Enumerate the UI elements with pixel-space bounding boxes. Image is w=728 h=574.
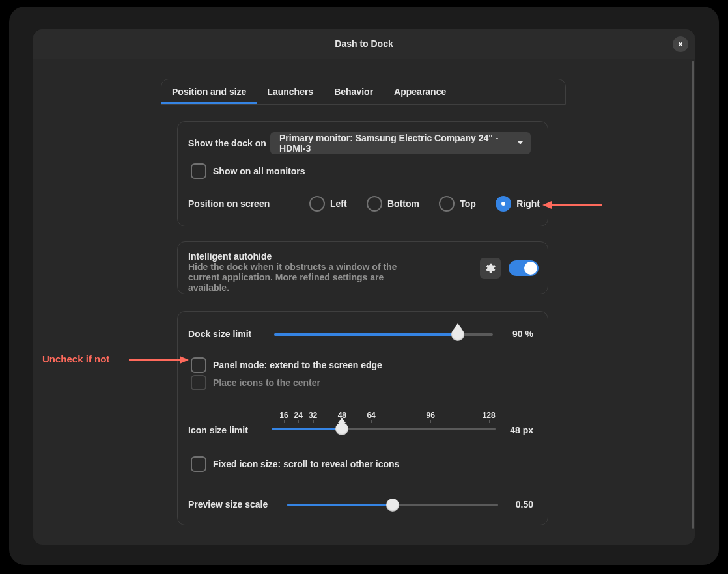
section-autohide: Intelligent autohide Hide the dock when … — [177, 241, 548, 294]
slider-thumb-icon — [335, 422, 348, 435]
dock-size-limit-value: 90 % — [503, 329, 533, 339]
tab-label: Position and size — [172, 87, 246, 97]
scrollbar[interactable] — [692, 61, 694, 529]
radio-icon — [309, 196, 325, 212]
position-radio-top[interactable]: Top — [439, 196, 476, 212]
show-on-all-monitors-label: Show on all monitors — [213, 166, 305, 176]
radio-icon — [496, 196, 511, 212]
panel-mode-label: Panel mode: extend to the screen edge — [213, 360, 382, 370]
gear-icon — [485, 263, 496, 273]
tab-behavior[interactable]: Behavior — [324, 79, 384, 104]
autohide-settings-button[interactable] — [480, 258, 501, 279]
icon-size-tick-labels: 16 24 32 48 64 96 128 — [272, 411, 496, 420]
tab-position-and-size[interactable]: Position and size — [161, 79, 257, 104]
tab-label: Appearance — [394, 87, 446, 97]
radio-label: Top — [460, 198, 476, 209]
radio-icon — [439, 196, 455, 212]
intelligent-autohide-title: Intelligent autohide — [188, 251, 423, 262]
position-radio-left[interactable]: Left — [309, 196, 347, 212]
tab-label: Behavior — [334, 87, 373, 97]
radio-icon — [367, 196, 382, 212]
preview-size-scale-slider[interactable] — [287, 498, 498, 511]
fixed-icon-size-checkbox[interactable] — [191, 456, 206, 472]
show-on-all-monitors-checkbox[interactable] — [191, 163, 206, 179]
dash-to-dock-dialog: Dash to Dock × Position and size Launche… — [33, 29, 695, 545]
slider-thumb-icon — [386, 499, 399, 512]
slider-thumb-icon — [451, 328, 464, 341]
svg-marker-1 — [542, 201, 552, 209]
radio-label: Bottom — [387, 198, 419, 209]
autohide-switch[interactable] — [509, 260, 539, 276]
position-on-screen-label: Position on screen — [188, 198, 309, 209]
place-icons-center-label: Place icons to the center — [213, 377, 320, 388]
monitor-select[interactable]: Primary monitor: Samsung Electric Compan… — [270, 132, 531, 154]
place-icons-center-checkbox — [191, 375, 206, 390]
tabs-bar: Position and size Launchers Behavior App… — [161, 79, 566, 105]
preview-size-scale-label: Preview size scale — [188, 499, 287, 510]
icon-size-limit-label: Icon size limit — [188, 425, 248, 435]
fixed-icon-size-label: Fixed icon size: scroll to reveal other … — [213, 459, 399, 469]
titlebar: Dash to Dock × — [33, 29, 695, 59]
radio-label: Left — [330, 198, 347, 209]
dialog-title: Dash to Dock — [335, 38, 393, 49]
position-radio-bottom[interactable]: Bottom — [367, 196, 419, 212]
annotation-uncheck-label: Uncheck if not — [42, 353, 109, 364]
panel-mode-checkbox[interactable] — [191, 357, 206, 373]
chevron-down-icon — [518, 141, 523, 144]
position-radio-right[interactable]: Right — [496, 196, 540, 212]
tab-label: Launchers — [267, 87, 313, 97]
radio-label: Right — [516, 198, 540, 209]
preview-size-scale-value: 0.50 — [507, 499, 533, 510]
close-icon: × — [678, 40, 682, 49]
svg-marker-3 — [180, 356, 189, 364]
intelligent-autohide-description: Hide the dock when it obstructs a window… — [188, 262, 423, 293]
section-sizes: Dock size limit 90 % Panel mode: extend … — [177, 311, 548, 525]
section-position: Show the dock on Primary monitor: Samsun… — [177, 121, 548, 226]
annotation-arrow-uncheck — [129, 355, 189, 364]
icon-size-limit-slider[interactable]: 16 24 32 48 64 96 128 — [272, 411, 496, 430]
dock-size-limit-slider[interactable] — [274, 327, 493, 340]
tab-appearance[interactable]: Appearance — [384, 79, 456, 104]
show-dock-on-label: Show the dock on — [188, 138, 270, 148]
close-button[interactable]: × — [673, 36, 688, 52]
tab-launchers[interactable]: Launchers — [257, 79, 324, 104]
icon-size-limit-value: 48 px — [510, 425, 533, 435]
monitor-select-value: Primary monitor: Samsung Electric Compan… — [279, 133, 511, 154]
annotation-arrow-right — [542, 200, 604, 210]
dock-size-limit-label: Dock size limit — [188, 329, 274, 339]
